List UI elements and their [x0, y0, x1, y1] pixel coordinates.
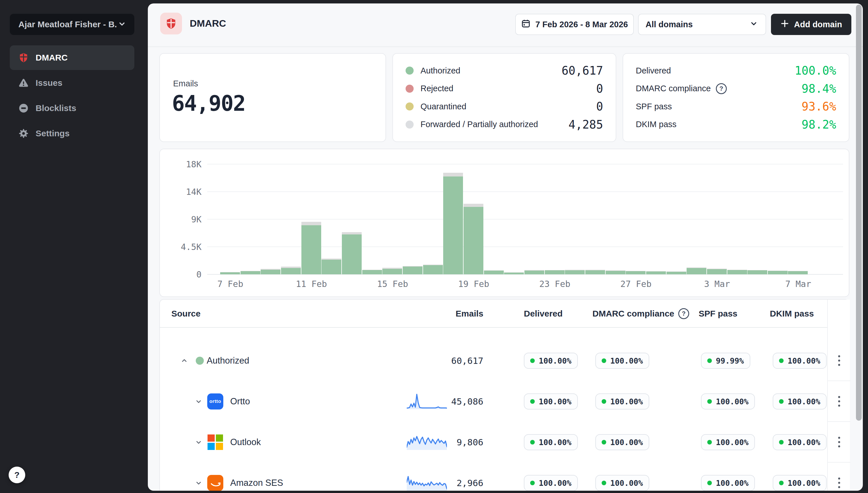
date-range-picker[interactable]: 7 Feb 2026 - 8 Mar 2026 — [515, 14, 634, 35]
chart-bar[interactable] — [403, 266, 423, 274]
help-button[interactable]: ? — [8, 467, 25, 483]
domain-filter-select[interactable]: All domains — [638, 14, 766, 35]
chart-bar[interactable] — [646, 271, 666, 274]
sidebar-item-settings[interactable]: Settings — [10, 121, 134, 146]
spf-cell: 99.99% — [701, 340, 750, 381]
chart-bar[interactable] — [281, 266, 301, 274]
sidebar-item-blocklists[interactable]: Blocklists — [10, 96, 134, 121]
chart-bar[interactable] — [626, 271, 645, 274]
chart-bar[interactable] — [443, 173, 463, 274]
chart-bar[interactable] — [747, 270, 767, 274]
emails-count: 60,617 — [411, 340, 483, 381]
sidebar-item-dmarc[interactable]: DMARC — [10, 45, 134, 70]
chart-bar[interactable] — [788, 271, 808, 274]
rate-row: DKIM pass98.2% — [636, 118, 836, 131]
chart-bar[interactable] — [585, 270, 605, 274]
chevron-down-icon[interactable] — [194, 422, 203, 463]
chart-bar[interactable] — [768, 271, 788, 274]
chart-bar[interactable] — [484, 270, 504, 274]
add-domain-label: Add domain — [794, 20, 842, 29]
chart-bar[interactable] — [686, 267, 706, 274]
chart-bar[interactable] — [606, 270, 626, 274]
row-menu-button[interactable] — [828, 381, 850, 422]
chart-bar[interactable] — [666, 272, 686, 274]
vertical-scrollbar[interactable] — [856, 5, 862, 421]
chart-bar[interactable] — [423, 264, 443, 274]
sidebar-nav: DMARCIssuesBlocklistsSettings — [10, 45, 134, 146]
row-menu-button[interactable] — [828, 463, 850, 491]
badge-status-dot — [707, 440, 712, 445]
dmarc-cell: 100.00% — [595, 422, 649, 463]
rate-value: 98.4% — [802, 82, 836, 95]
chevron-up-icon[interactable] — [180, 340, 189, 381]
chart-bar[interactable] — [504, 272, 524, 274]
chart-bar[interactable] — [524, 270, 544, 274]
badge-value: 100.00% — [788, 438, 820, 447]
bar-segment-authorized — [585, 270, 605, 274]
dmarc-logo — [160, 13, 182, 35]
chart-bar[interactable] — [321, 259, 341, 274]
column-header-dkim-pass: DKIM pass — [770, 300, 814, 328]
chart-bar[interactable] — [240, 271, 260, 274]
chart-bar[interactable] — [301, 222, 321, 274]
sidebar-item-label: Issues — [36, 78, 62, 88]
breakdown-value: 0 — [596, 82, 603, 95]
bar-segment-authorized — [727, 270, 747, 274]
chart-bar[interactable] — [220, 272, 240, 274]
help-circle-icon[interactable]: ? — [678, 308, 689, 319]
bar-segment-authorized — [707, 269, 727, 274]
chart-bar[interactable] — [565, 270, 585, 274]
table-row: Amazon SES2,966100.00%100.00%100.00%100.… — [160, 463, 850, 491]
badge-value: 100.00% — [610, 357, 643, 365]
chart-bar[interactable] — [545, 270, 565, 274]
account-selector[interactable]: Ajar Meatloaf Fisher - B... — [10, 14, 134, 35]
spf-badge: 100.00% — [701, 475, 755, 491]
badge-status-dot — [707, 399, 712, 404]
bar-segment-authorized — [626, 271, 645, 274]
table-row: orttoOrtto45,086100.00%100.00%100.00%100… — [160, 381, 850, 422]
source-name: Amazon SES — [230, 463, 283, 491]
add-domain-button[interactable]: Add domain — [771, 14, 851, 35]
bar-segment-authorized — [261, 270, 280, 274]
help-button-label: ? — [14, 470, 20, 480]
badge-status-dot — [707, 359, 712, 363]
column-header-label: Emails — [456, 309, 483, 319]
bar-segment-authorized — [281, 268, 301, 274]
bar-segment-authorized — [301, 225, 321, 274]
status-dot — [406, 85, 414, 93]
sidebar-item-issues[interactable]: Issues — [10, 70, 134, 95]
badge-status-dot — [530, 359, 535, 363]
microsoft-icon — [207, 422, 223, 463]
row-menu-button[interactable] — [828, 422, 850, 463]
dkim-badge: 100.00% — [773, 475, 827, 491]
delivered-cell: 100.00% — [524, 422, 578, 463]
kebab-icon — [838, 477, 840, 488]
bar-segment-authorized — [240, 271, 260, 274]
breakdown-label: Quarantined — [421, 102, 589, 111]
help-circle-icon[interactable]: ? — [716, 83, 727, 94]
emails-total-card: Emails 64,902 — [159, 53, 386, 142]
bar-segment-authorized — [768, 271, 788, 274]
table-row: Outlook9,806100.00%100.00%100.00%100.00% — [160, 422, 850, 463]
chart-bar[interactable] — [727, 270, 747, 274]
chart-bar[interactable] — [261, 269, 280, 274]
email-volume-chart: 04.5K9K14K18K7 Feb11 Feb15 Feb19 Feb23 F… — [159, 149, 849, 297]
row-menu-button[interactable] — [828, 340, 850, 381]
kebab-icon — [838, 396, 840, 407]
column-header-emails: Emails — [411, 300, 483, 328]
chart-bar[interactable] — [382, 268, 402, 274]
chart-bar[interactable] — [362, 270, 382, 274]
badge-value: 100.00% — [716, 479, 748, 488]
chart-bar[interactable] — [707, 269, 727, 274]
chevron-down-icon[interactable] — [194, 381, 203, 422]
chart-bar[interactable] — [464, 204, 483, 274]
badge-value: 100.00% — [788, 357, 820, 365]
breakdown-label: Rejected — [421, 84, 589, 93]
column-header-label: SPF pass — [699, 309, 737, 319]
chevron-down-icon[interactable] — [194, 463, 203, 491]
column-header-dmarc-compliance: DMARC compliance? — [592, 300, 689, 328]
chart-bar[interactable] — [342, 232, 362, 274]
emails-count: 2,966 — [411, 463, 483, 491]
table-actions-column — [827, 300, 850, 491]
chevron-down-icon — [117, 19, 127, 30]
